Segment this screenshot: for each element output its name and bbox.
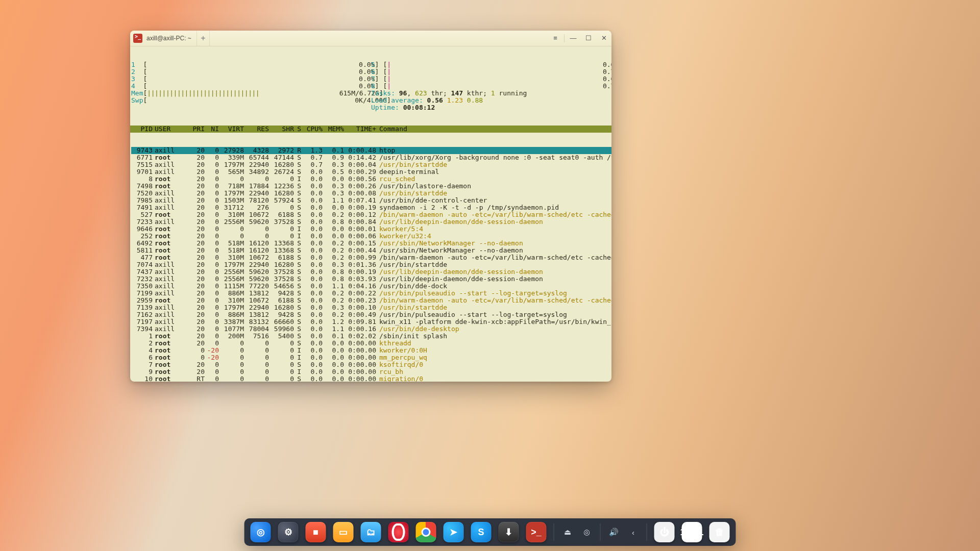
process-list[interactable]: 9743axill2002792843282972R1.30.10:00.48h…	[130, 147, 611, 382]
chrome-icon[interactable]	[416, 522, 436, 542]
opera-icon[interactable]	[388, 522, 409, 542]
maximize-button[interactable]: ☐	[581, 31, 596, 46]
process-row[interactable]: 6492root200518M1612013368S0.00.20:00.15/…	[131, 240, 611, 247]
skype-icon[interactable]: S	[471, 522, 492, 542]
process-row[interactable]: 9646root200000I0.00.00:00.01kworker/5:4	[131, 226, 611, 233]
dock: ◎ ⚙ ■ ▭ 🗂 ➤ S ⬇ >_ ⏏ ◎ 🔊 ‹ ⏻ 17:31 🗑	[244, 518, 736, 546]
process-row[interactable]: 527root200310M106726188S0.00.20:00.12/bi…	[131, 211, 611, 218]
terminal-dock-icon[interactable]: >_	[526, 522, 547, 542]
terminal-body[interactable]: 1 [ 0.0%]5 [| 0.0%]2 [ 0.0%]6 [|	[130, 46, 611, 382]
settings-icon[interactable]: ⚙	[278, 522, 299, 542]
usb-tray-icon[interactable]: ⏏	[561, 528, 574, 537]
wifi-tray-icon[interactable]: ◎	[581, 528, 593, 537]
process-row[interactable]: 7498root200718M1788412236S0.00.30:00.26/…	[131, 183, 611, 190]
process-row[interactable]: 7350axill2001115M7722054656S0.01.10:04.1…	[131, 283, 611, 290]
file-manager-icon[interactable]: 🗂	[361, 522, 381, 542]
package-icon[interactable]: ⬇	[499, 522, 519, 542]
back-tray-icon[interactable]: ‹	[627, 528, 640, 537]
power-icon[interactable]: ⏻	[654, 522, 675, 542]
telegram-icon[interactable]: ➤	[444, 522, 464, 542]
process-row[interactable]: 7394axill2001077M7800459960S0.01.10:00.1…	[131, 325, 611, 333]
process-row[interactable]: 7197axill2003387M8313266660S0.01.20:09.8…	[131, 318, 611, 325]
menu-button[interactable]: ≡	[548, 31, 563, 46]
process-row[interactable]: 9root200000I0.00.00:00.00rcu_bh	[131, 368, 611, 375]
process-row[interactable]: 477root200310M106726188S0.00.20:00.99/bi…	[131, 254, 611, 261]
process-row[interactable]: 9743axill2002792843282972R1.30.10:00.48h…	[131, 147, 611, 154]
process-row[interactable]: 5811root200518M1612013368S0.00.20:00.44/…	[131, 247, 611, 254]
process-row[interactable]: 7437axill2002556M5962037528S0.00.80:00.1…	[131, 268, 611, 276]
launcher-icon[interactable]: ◎	[251, 522, 271, 542]
process-row[interactable]: 7199axill200886M138129428S0.00.20:00.22/…	[131, 290, 611, 297]
window-title: axill@axill-PC: ~	[146, 35, 197, 42]
appstore-icon[interactable]: ▭	[333, 522, 354, 542]
process-header[interactable]: PIDUSERPRINIVIRTRESSHRSCPU%MEM%TIME+Comm…	[130, 126, 611, 133]
volume-tray-icon[interactable]: 🔊	[608, 528, 620, 537]
terminal-icon	[133, 34, 142, 43]
htop-meters: 1 [ 0.0%]5 [| 0.0%]2 [ 0.0%]6 [|	[130, 61, 611, 111]
process-row[interactable]: 252root200000I0.00.00:00.06kworker/u32:4	[131, 233, 611, 240]
process-row[interactable]: 1root200200M75165400S0.00.10:02.02/sbin/…	[131, 333, 611, 340]
process-row[interactable]: 7233axill2002556M5962037528S0.00.80:00.8…	[131, 218, 611, 226]
process-row[interactable]: 9701axill200565M3489226724S0.00.50:00.29…	[131, 168, 611, 176]
process-row[interactable]: 7520axill2001797M2294016280S0.00.30:00.0…	[131, 190, 611, 197]
new-tab-button[interactable]: +	[197, 31, 210, 46]
process-row[interactable]: 10rootRT0000S0.00.00:00.00migration/0	[131, 375, 611, 382]
process-row[interactable]: 7491axill200317122760S0.00.00:00.19synda…	[131, 204, 611, 211]
trash-icon[interactable]: 🗑	[709, 522, 730, 542]
process-row[interactable]: 7074axill2001797M2294016280S0.00.30:01.3…	[131, 261, 611, 268]
process-row[interactable]: 7515axill2001797M2294016280S0.70.30:00.0…	[131, 161, 611, 168]
minimize-button[interactable]: —	[566, 31, 581, 46]
process-row[interactable]: 7232axill2002556M5962037528S0.00.80:03.9…	[131, 276, 611, 283]
process-row[interactable]: 7985axill2001503M7812057924S0.01.10:07.4…	[131, 197, 611, 204]
process-row[interactable]: 2959root200310M106726188S0.00.20:00.23/b…	[131, 297, 611, 304]
process-row[interactable]: 6771root200339M6574447144S0.70.90:14.42/…	[131, 154, 611, 161]
close-button[interactable]: ✕	[596, 31, 611, 46]
process-row[interactable]: 7139axill2001797M2294016280S0.00.30:00.1…	[131, 304, 611, 311]
titlebar[interactable]: axill@axill-PC: ~ + ≡ — ☐ ✕	[130, 31, 611, 46]
process-row[interactable]: 8root200000I0.00.00:00.56rcu_sched	[131, 176, 611, 183]
process-row[interactable]: 7162axill200886M138129428S0.00.20:00.49/…	[131, 311, 611, 318]
recorder-icon[interactable]: ■	[306, 522, 326, 542]
process-row[interactable]: 4root0-20000I0.00.00:00.00kworker/0:0H	[131, 347, 611, 354]
process-row[interactable]: 6root0-20000I0.00.00:00.00mm_percpu_wq	[131, 354, 611, 361]
process-row[interactable]: 2root200000S0.00.00:00.00kthreadd	[131, 340, 611, 347]
terminal-window: axill@axill-PC: ~ + ≡ — ☐ ✕ 1 [ 0.0%]5 […	[130, 31, 611, 382]
process-row[interactable]: 7root200000S0.00.00:00.00ksoftirqd/0	[131, 361, 611, 368]
clock-icon[interactable]: 17:31	[682, 522, 702, 542]
